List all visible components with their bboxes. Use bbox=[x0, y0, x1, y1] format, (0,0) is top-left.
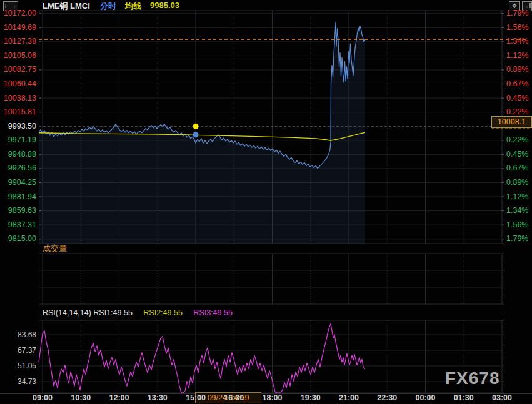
price-label: 9904.25 bbox=[0, 178, 36, 187]
price-label: 10105.06 bbox=[0, 51, 36, 61]
time-label: 18:00 bbox=[259, 393, 286, 402]
pct-label: 0.67% bbox=[506, 164, 532, 173]
pct-label: 0.67% bbox=[506, 79, 532, 89]
price-label: 10172.00 bbox=[0, 9, 36, 18]
pct-label: 0.89% bbox=[506, 178, 532, 187]
time-label: 15:00 bbox=[182, 393, 209, 402]
time-label: 13:30 bbox=[144, 393, 171, 402]
rsi2-value: RSI2:49.55 bbox=[143, 308, 183, 317]
price-label: 9971.19 bbox=[0, 135, 36, 145]
pct-label: 1.56% bbox=[506, 220, 532, 230]
ma-value: 9985.03 bbox=[150, 1, 179, 10]
price-label: 10038.13 bbox=[0, 94, 36, 103]
app-header: ⊢→ LME铜 LMCI 分时 均线 9985.03 ✥ →‖ bbox=[0, 0, 532, 11]
rsi-axis-label: 67.37 bbox=[0, 346, 36, 355]
time-label: 09:00 bbox=[29, 393, 56, 402]
pct-label: 1.12% bbox=[506, 51, 532, 61]
pct-label: 0.45% bbox=[506, 94, 532, 103]
pct-label: 1.34% bbox=[506, 37, 532, 46]
time-label: 10:30 bbox=[67, 393, 94, 402]
price-label: 9815.00 bbox=[0, 234, 36, 244]
price-label: 10149.69 bbox=[0, 23, 36, 32]
pct-label: 0.22% bbox=[506, 107, 532, 117]
current-price-tag: 10008.1 bbox=[491, 116, 532, 128]
pct-label: 1.12% bbox=[506, 192, 532, 202]
price-label: 10127.38 bbox=[0, 37, 36, 46]
timeframe-label[interactable]: 分时 bbox=[100, 1, 116, 12]
watermark: FX678 bbox=[445, 368, 500, 388]
price-label: 9926.56 bbox=[0, 164, 36, 173]
price-label: 10015.81 bbox=[0, 107, 36, 117]
pct-label: 0.22% bbox=[506, 135, 532, 145]
time-label: 00:00 bbox=[412, 393, 439, 402]
rsi-axis-label: 34.73 bbox=[0, 377, 36, 386]
volume-label: 成交量 bbox=[43, 243, 67, 254]
rsi1-value: RSI(14,14,14) RSI1:49.55 bbox=[43, 308, 133, 317]
price-label: 9859.63 bbox=[0, 206, 36, 215]
price-label: 9881.94 bbox=[0, 192, 36, 202]
time-label: 16:30 bbox=[220, 393, 248, 402]
symbol-title: LME铜 LMCI bbox=[43, 1, 90, 12]
chart-window: ⊢→ LME铜 LMCI 分时 均线 9985.03 ✥ →‖ 10008.1 … bbox=[0, 0, 532, 404]
pct-label: 1.56% bbox=[506, 23, 532, 32]
ma-label: 均线 bbox=[125, 1, 141, 12]
pct-label: 0.89% bbox=[506, 65, 532, 74]
time-label: 01:30 bbox=[450, 393, 478, 402]
time-label: 12:00 bbox=[106, 393, 133, 402]
pct-label: 1.79% bbox=[506, 234, 532, 244]
rsi-indicator-labels: RSI(14,14,14) RSI1:49.55 RSI2:49.55 RSI3… bbox=[43, 308, 241, 317]
rsi-axis-label: 83.68 bbox=[0, 330, 36, 339]
time-label: 03:00 bbox=[488, 393, 516, 402]
price-label: 10082.75 bbox=[0, 65, 36, 74]
pct-label: 1.34% bbox=[506, 206, 532, 215]
rsi-axis-label: 51.05 bbox=[0, 362, 36, 370]
price-label: 9993.50 bbox=[0, 122, 36, 131]
pct-label: 0.45% bbox=[506, 150, 532, 159]
time-label: 22:30 bbox=[373, 393, 401, 402]
price-label: 9837.31 bbox=[0, 220, 36, 230]
price-label: 10060.44 bbox=[0, 79, 36, 89]
time-label: 19:30 bbox=[297, 393, 324, 402]
rsi3-value: RSI3:49.55 bbox=[193, 308, 233, 317]
chart-plot-area[interactable] bbox=[0, 0, 532, 404]
pct-label: 1.79% bbox=[506, 9, 532, 18]
price-label: 9948.88 bbox=[0, 150, 36, 159]
time-label: 21:00 bbox=[335, 393, 363, 402]
